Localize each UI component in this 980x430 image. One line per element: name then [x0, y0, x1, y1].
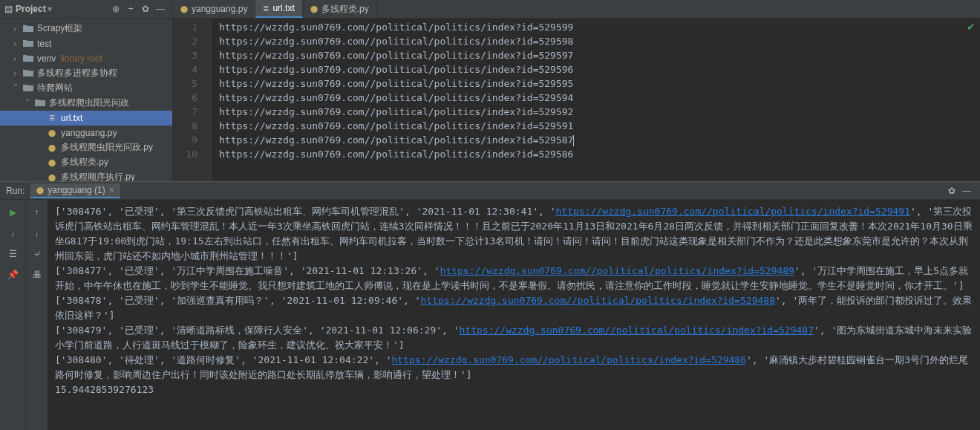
locate-icon[interactable]: ⊕	[108, 4, 123, 14]
run-toolbar-left2: ↑ ↓ ⤶ 🖶	[25, 200, 48, 430]
stack-icon[interactable]: ☰	[6, 247, 19, 261]
folder-icon	[22, 53, 34, 64]
tree-item[interactable]: ⬤多线程类.py	[0, 155, 172, 170]
tree-item[interactable]: ˅多线程爬虫阳光问政	[0, 96, 172, 111]
console-link[interactable]: https://wzzdg.sun0769.com//political/pol…	[392, 354, 746, 365]
close-icon[interactable]: ×	[109, 185, 114, 195]
tree-item[interactable]: ˅待爬网站	[0, 81, 172, 96]
tree-item[interactable]: ›Scrapy框架	[0, 22, 172, 36]
text-file-icon: ≣	[263, 4, 269, 13]
tree-item-label: 多线程顺序执行.py	[61, 171, 135, 181]
tree-item[interactable]: ›多线程多进程多协程	[0, 66, 172, 81]
tree-item[interactable]: ⬤yangguang.py	[0, 126, 172, 140]
line-gutter: 12345678910	[173, 19, 212, 181]
tab-label: url.txt	[272, 3, 294, 13]
tab-label: 多线程类.py	[321, 3, 369, 16]
editor-tabs: ⬤yangguang.py≣url.txt⬤多线程类.py	[173, 0, 980, 19]
chevron-down-icon[interactable]: ▾	[48, 4, 52, 14]
tree-item[interactable]: ≣url.txt	[0, 111, 172, 126]
down-arrow-icon[interactable]: ↓	[30, 227, 44, 240]
hide-icon[interactable]: —	[153, 4, 168, 14]
python-icon: ⬤	[46, 174, 58, 181]
editor-tab[interactable]: ⬤yangguang.py	[173, 0, 255, 18]
python-icon: ⬤	[46, 159, 58, 166]
up-arrow-icon[interactable]: ↑	[30, 206, 44, 219]
rerun-icon[interactable]: ▶	[6, 206, 19, 219]
tree-item-label: venv	[37, 53, 56, 64]
run-toolbar-left: ▶ ↓ ☰ 📌	[0, 200, 25, 430]
tree-item[interactable]: ›venvlibrary root	[0, 51, 172, 66]
python-icon: ⬤	[180, 5, 188, 13]
folder-icon	[34, 98, 46, 108]
project-label[interactable]: Project	[16, 4, 46, 14]
console-link[interactable]: https://wzzdg.sun0769.com//political/pol…	[421, 295, 775, 306]
gear-icon[interactable]: ✿	[138, 4, 153, 14]
python-icon: ⬤	[36, 186, 44, 194]
tree-item-label: 待爬网站	[37, 82, 73, 94]
python-icon: ⬤	[46, 129, 58, 137]
tree-item-label: 多线程多进程多协程	[37, 67, 117, 79]
folder-icon	[22, 83, 34, 94]
folder-icon: ▤	[4, 4, 13, 14]
editor-tab[interactable]: ⬤多线程类.py	[303, 0, 377, 18]
sidebar-header: ▤ Project ▾ ⊕ ÷ ✿ —	[0, 0, 172, 19]
run-tab-label: yangguang (1)	[48, 185, 105, 195]
wrap-icon[interactable]: ⤶	[30, 247, 44, 261]
folder-icon	[22, 24, 34, 34]
check-icon: ✔	[967, 21, 976, 33]
print-icon[interactable]: 🖶	[30, 268, 44, 281]
folder-icon	[22, 39, 34, 49]
python-icon: ⬤	[310, 5, 318, 13]
editor-content[interactable]: https://wzzdg.sun0769.com//political/pol…	[212, 19, 980, 181]
run-label: Run:	[6, 186, 24, 196]
tree-item-label: test	[37, 39, 51, 49]
console-output[interactable]: ['308476', '已受理', '第三次反馈虎门高铁站出租车、网约车司机管理…	[48, 200, 980, 430]
run-header: Run: ⬤ yangguang (1) × ✿ —	[0, 182, 980, 200]
tree-item-label: 多线程爬虫阳光问政.py	[61, 141, 153, 154]
gear-icon[interactable]: ✿	[944, 186, 959, 196]
console-link[interactable]: https://wzzdg.sun0769.com//political/pol…	[440, 265, 794, 276]
tree-item[interactable]: ›test	[0, 36, 172, 51]
tree-item-label: 多线程类.py	[61, 156, 108, 169]
console-link[interactable]: https://wzzdg.sun0769.com//political/pol…	[460, 325, 814, 336]
tree-item[interactable]: ⬤多线程顺序执行.py	[0, 170, 172, 181]
down-icon[interactable]: ↓	[6, 227, 19, 240]
folder-icon	[22, 68, 34, 79]
hide-icon[interactable]: —	[959, 186, 974, 196]
tree-item[interactable]: ⬤多线程爬虫阳光问政.py	[0, 140, 172, 155]
text-file-icon: ≣	[46, 114, 58, 122]
project-sidebar: ▤ Project ▾ ⊕ ÷ ✿ — ›Scrapy框架›test›venvl…	[0, 0, 173, 181]
tree-item-label: Scrapy框架	[37, 22, 82, 35]
tree-item-label: 多线程爬虫阳光问政	[49, 97, 129, 109]
expand-icon[interactable]: ÷	[123, 4, 138, 14]
run-tab[interactable]: ⬤ yangguang (1) ×	[30, 183, 120, 198]
tree-item-label: yangguang.py	[61, 128, 117, 138]
pin-icon[interactable]: 📌	[6, 268, 19, 281]
python-icon: ⬤	[46, 144, 58, 152]
editor-tab[interactable]: ≣url.txt	[255, 0, 302, 18]
console-link[interactable]: https://wzzdg.sun0769.com//political/pol…	[556, 206, 910, 217]
tree-item-label: url.txt	[61, 113, 82, 123]
project-tree: ›Scrapy框架›test›venvlibrary root›多线程多进程多协…	[0, 19, 172, 181]
tab-label: yangguang.py	[192, 4, 247, 14]
